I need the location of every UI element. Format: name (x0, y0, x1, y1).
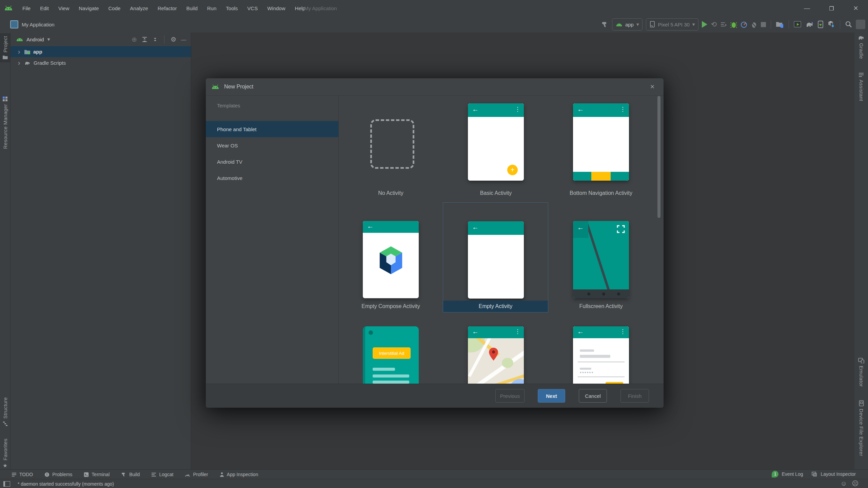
selected-template-label[interactable]: Empty Activity (443, 301, 548, 312)
hide-panel-icon[interactable]: — (181, 37, 186, 42)
avatar-placeholder[interactable] (856, 20, 865, 29)
dialog-scrollbar[interactable] (657, 96, 660, 218)
minimize-button[interactable]: — (795, 0, 819, 16)
previous-button[interactable]: Previous (495, 389, 525, 403)
sidebar-item-assistant[interactable]: Assistant (854, 73, 868, 101)
build-hammer-icon[interactable] (601, 21, 609, 28)
toolbar-breadcrumb[interactable]: My Application (22, 22, 55, 27)
next-button[interactable]: Next (538, 389, 565, 403)
template-label[interactable]: No Activity (338, 190, 443, 196)
menu-file[interactable]: File (18, 0, 35, 16)
sdk-manager-icon[interactable] (827, 20, 835, 28)
toolwin-build[interactable]: Build (121, 472, 140, 477)
menu-build[interactable]: Build (181, 0, 202, 16)
apply-code-changes-icon[interactable] (720, 21, 727, 27)
debug-button[interactable] (730, 21, 737, 28)
template-login-thumb[interactable]: ← ⋮ •••••• (573, 326, 629, 384)
toolwin-todo[interactable]: TODO (12, 472, 33, 477)
finish-button[interactable]: Finish (620, 389, 649, 403)
menu-view[interactable]: View (54, 0, 74, 16)
template-fullscreen-thumb[interactable]: ← (573, 221, 629, 298)
toolwin-profiler[interactable]: Profiler (185, 472, 208, 477)
fullscreen-preview: ← (573, 221, 629, 298)
layout-inspector-button[interactable]: Layout Inspector (812, 471, 856, 477)
profile-app-icon[interactable] (741, 21, 747, 28)
event-log-label: Event Log (782, 471, 803, 477)
category-phone-and-tablet[interactable]: Phone and Tablet (206, 121, 338, 137)
device-select[interactable]: Pixel 5 API 30 ▾ (646, 18, 698, 30)
apply-changes-icon[interactable]: ⟲ (711, 20, 717, 28)
terminal-icon (84, 472, 89, 477)
menu-run[interactable]: Run (202, 0, 221, 16)
run-configuration-select[interactable]: app ▾ (612, 18, 643, 30)
toolwindow-switcher-icon[interactable] (3, 481, 10, 487)
collapse-all-icon[interactable] (152, 37, 158, 42)
templates-pane: Templates Phone and Tablet Wear OS Andro… (206, 95, 338, 384)
template-bottom-navigation-thumb[interactable]: ← ⋮ (573, 103, 629, 181)
dialog-close-button[interactable]: × (648, 82, 657, 91)
category-wear-os[interactable]: Wear OS (206, 137, 338, 154)
running-devices-icon[interactable] (794, 21, 802, 28)
category-android-tv[interactable]: Android TV (206, 154, 338, 170)
password-dots: •••••• (580, 370, 594, 375)
expand-chevron-icon[interactable]: › (17, 59, 21, 67)
locate-icon[interactable]: ⊕ (132, 36, 137, 43)
tree-row-app[interactable]: › app (11, 46, 191, 57)
maximize-button[interactable] (819, 0, 844, 16)
close-button[interactable]: × (844, 0, 868, 16)
attach-debugger-icon[interactable] (751, 21, 757, 28)
smile-face-icon[interactable]: ☺ (841, 480, 847, 487)
template-google-maps-thumb[interactable]: ← ⋮ (468, 326, 524, 384)
frown-face-icon[interactable]: ☹ (852, 480, 859, 487)
menu-refactor[interactable]: Refactor (153, 0, 182, 16)
toolwin-label: Build (129, 472, 140, 477)
expand-all-icon[interactable] (142, 37, 147, 42)
sidebar-item-resource-manager[interactable]: Resource Manager (0, 96, 10, 149)
status-bar: * daemon started successfully (moments a… (0, 479, 868, 488)
expand-chevron-icon[interactable]: › (17, 48, 21, 56)
toolwin-app-inspection[interactable]: App Inspection (220, 472, 258, 477)
gear-icon[interactable]: ⚙ (171, 36, 176, 43)
template-no-activity-thumb[interactable] (370, 119, 414, 169)
chevron-down-icon[interactable]: ▾ (47, 36, 50, 42)
template-label[interactable]: Bottom Navigation Activity (548, 190, 654, 196)
run-button[interactable] (702, 21, 707, 28)
sidebar-item-device-file-explorer[interactable]: Device File Explorer (854, 400, 868, 456)
template-basic-activity-thumb[interactable]: ← ⋮ + (468, 103, 524, 181)
toolwin-terminal[interactable]: Terminal (84, 472, 110, 477)
tree-row-gradle-scripts[interactable]: › Gradle Scripts (11, 57, 191, 68)
template-admob-thumb[interactable]: Interstitial Ad (363, 326, 419, 384)
template-empty-activity-thumb[interactable]: ← (468, 221, 524, 299)
toolwin-problems[interactable]: Problems (44, 472, 72, 477)
sidebar-item-structure[interactable]: Structure (0, 397, 10, 426)
template-label[interactable]: Fullscreen Activity (548, 303, 654, 309)
menu-analyze[interactable]: Analyze (125, 0, 153, 16)
stop-button[interactable] (761, 22, 766, 27)
device-mirroring-icon[interactable] (817, 21, 824, 28)
gradle-sync-icon[interactable] (805, 21, 814, 28)
menu-navigate[interactable]: Navigate (74, 0, 103, 16)
search-everywhere-icon[interactable] (845, 21, 852, 28)
template-label[interactable]: Empty Compose Activity (338, 303, 443, 309)
menu-vcs[interactable]: VCS (242, 0, 262, 16)
back-arrow-icon: ← (577, 224, 584, 231)
menu-window[interactable]: Window (262, 0, 290, 16)
sidebar-item-project[interactable]: Project (0, 33, 10, 62)
menu-edit[interactable]: Edit (35, 0, 54, 16)
sidebar-item-gradle[interactable]: Gradle (854, 35, 868, 59)
menu-code[interactable]: Code (103, 0, 125, 16)
device-manager-icon[interactable] (776, 21, 784, 28)
template-label[interactable]: Basic Activity (443, 190, 549, 196)
event-log-button[interactable]: 1 Event Log (772, 471, 803, 477)
cancel-button[interactable]: Cancel (579, 389, 607, 403)
build-hammer-icon (121, 472, 126, 477)
menu-tools[interactable]: Tools (221, 0, 242, 16)
template-empty-compose-thumb[interactable]: ← (363, 221, 419, 298)
project-view-selector[interactable]: Android (26, 37, 44, 42)
template-empty-activity-card-selected[interactable]: ← Empty Activity (443, 202, 548, 312)
toolbar-separator (789, 20, 789, 29)
sidebar-item-favorites[interactable]: Favorites ★ (0, 439, 10, 469)
toolwin-logcat[interactable]: Logcat (151, 472, 173, 477)
sidebar-item-emulator[interactable]: Emulator (854, 358, 868, 387)
category-automotive[interactable]: Automotive (206, 170, 338, 186)
